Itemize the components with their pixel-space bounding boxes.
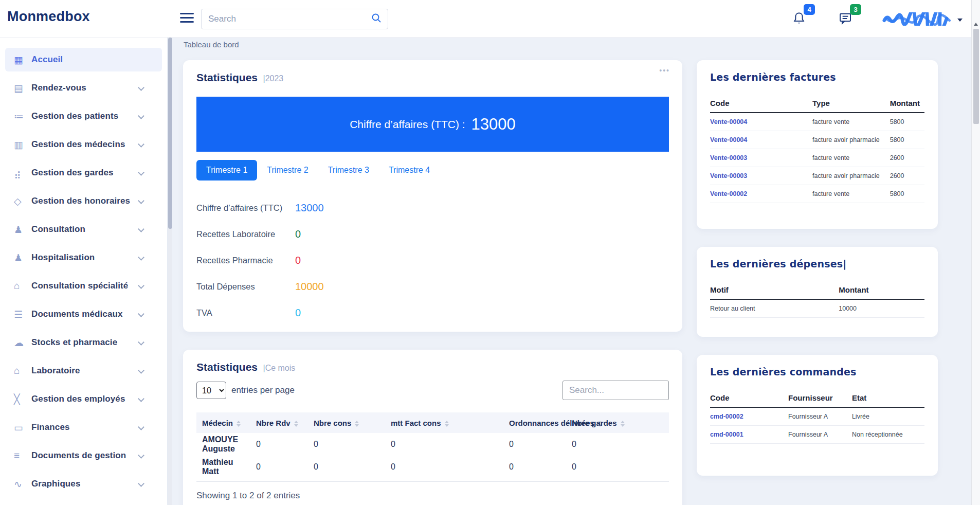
invoice-code-link[interactable]: Vente-00003 bbox=[710, 149, 812, 167]
table-row: Retour au client 10000 bbox=[710, 299, 924, 318]
expense-motif-cell: Retour au client bbox=[710, 299, 839, 318]
chevron-down-icon bbox=[138, 141, 144, 148]
order-code-link[interactable]: cmd-00002 bbox=[710, 407, 788, 426]
stat-label: TVA bbox=[196, 308, 295, 318]
sidebar-item-label: Graphiques bbox=[31, 479, 80, 489]
card-subtitle: |2023 bbox=[263, 74, 283, 83]
table-row: Vente-00004 facture avoir pharmacie 5800 bbox=[710, 131, 924, 149]
column-header[interactable]: Nbre gardes bbox=[566, 412, 669, 433]
invoice-code-link[interactable]: Vente-00004 bbox=[710, 131, 812, 149]
cloud-icon: ☁ bbox=[14, 337, 31, 349]
sidebar-item[interactable]: ▤ Rendez-vous bbox=[5, 76, 162, 100]
messages-button[interactable]: 3 bbox=[837, 10, 854, 29]
trimestre-tab[interactable]: Trimestre 2 bbox=[257, 160, 318, 181]
patient-list-icon: ≔ bbox=[14, 111, 31, 122]
search-icon[interactable] bbox=[370, 12, 383, 26]
value-cell: 0 bbox=[385, 433, 503, 456]
sidebar-item[interactable]: ☰ Documents médicaux bbox=[5, 302, 162, 326]
sidebar-item[interactable]: ▦ Accueil bbox=[5, 48, 162, 71]
sidebar-item[interactable]: ∿ Graphiques bbox=[5, 472, 162, 496]
revenue-banner: Chiffre d’affaires (TTC) : 13000 bbox=[196, 97, 669, 152]
card-title: Les dernières dépenses| bbox=[710, 258, 924, 269]
table-row: Vente-00004 facture vente 5800 bbox=[710, 113, 924, 131]
line-chart-icon: ∿ bbox=[14, 478, 31, 490]
order-supplier-cell: Fournisseur A bbox=[788, 426, 852, 444]
entries-per-page-select[interactable]: 10 bbox=[196, 382, 226, 399]
stats-list: Chiffre d’affaires (TTC) 13000 Recettes … bbox=[196, 195, 669, 326]
sidebar-item-label: Gestion des employés bbox=[31, 394, 125, 404]
invoice-amount-cell: 5800 bbox=[890, 113, 924, 131]
column-header: Code bbox=[710, 94, 812, 113]
sidebar-item[interactable]: ╳ Gestion des employés bbox=[5, 387, 162, 411]
stat-value: 0 bbox=[295, 228, 301, 240]
stat-label: Recettes Pharmacie bbox=[196, 256, 295, 265]
column-header[interactable]: Nbre cons bbox=[308, 412, 385, 433]
stat-label: Total Dépenses bbox=[196, 282, 295, 292]
search-input[interactable] bbox=[202, 14, 370, 24]
divider bbox=[196, 481, 669, 482]
user-name-redacted bbox=[882, 12, 954, 28]
value-cell: 0 bbox=[566, 433, 669, 456]
sidebar-item[interactable]: ⣴ Gestion des gardes bbox=[5, 161, 162, 185]
notifications-button[interactable]: 4 bbox=[791, 10, 807, 29]
page-scrollbar-thumb[interactable] bbox=[973, 29, 979, 124]
sidebar-item-label: Consultation bbox=[31, 224, 85, 235]
trimestre-tabs: Trimestre 1 Trimestre 2 Trimestre 3 Trim… bbox=[196, 160, 440, 181]
column-header[interactable]: Nbre Rdv bbox=[250, 412, 308, 433]
order-code-link[interactable]: cmd-00001 bbox=[710, 426, 788, 444]
trimestre-tab[interactable]: Trimestre 3 bbox=[318, 160, 379, 181]
stat-label: Recettes Laboratoire bbox=[196, 229, 295, 239]
card-subtitle: |Ce mois bbox=[263, 364, 295, 372]
sidebar-item[interactable]: ◇ Gestion des honoraires bbox=[5, 189, 162, 213]
sort-icon bbox=[237, 421, 241, 427]
sidebar-item[interactable]: ≔ Gestion des patients bbox=[5, 104, 162, 128]
table-row: Vente-00002 facture vente 5800 bbox=[710, 185, 924, 203]
table-search-input[interactable] bbox=[562, 381, 669, 400]
bar-chart-icon: ⣴ bbox=[14, 167, 31, 179]
sidebar-scrollbar-thumb[interactable] bbox=[168, 38, 172, 229]
sidebar-item[interactable]: ≡ Documents de gestion bbox=[5, 444, 162, 467]
top-header: Monmedbox 4 3 bbox=[0, 0, 980, 38]
trimestre-tab[interactable]: Trimestre 1 bbox=[196, 160, 257, 181]
stat-value: 0 bbox=[295, 255, 301, 266]
chevron-down-icon bbox=[138, 197, 144, 204]
invoice-type-cell: facture vente bbox=[812, 185, 890, 203]
chevron-down-icon bbox=[138, 395, 144, 402]
user-menu[interactable] bbox=[882, 12, 963, 28]
diamond-icon: ◇ bbox=[14, 195, 31, 207]
expense-amount-cell: 10000 bbox=[839, 299, 924, 318]
sidebar-item[interactable]: ⌂ Consultation spécialité bbox=[5, 274, 162, 298]
order-status-cell: Livrée bbox=[852, 407, 924, 426]
invoice-type-cell: facture avoir pharmacie bbox=[812, 167, 890, 185]
trimestre-tab[interactable]: Trimestre 4 bbox=[379, 160, 440, 181]
invoice-code-link[interactable]: Vente-00004 bbox=[710, 113, 812, 131]
sidebar-item[interactable]: ▥ Gestion des médecins bbox=[5, 133, 162, 156]
sort-icon bbox=[621, 421, 625, 427]
expenses-table: MotifMontant Retour au client 10000 bbox=[710, 281, 924, 318]
sidebar-item-label: Finances bbox=[31, 422, 70, 432]
calendar-icon: ▤ bbox=[14, 82, 31, 94]
scroll-up-arrow-icon[interactable] bbox=[974, 23, 978, 26]
sidebar-item-label: Laboratoire bbox=[31, 366, 80, 376]
sidebar-item[interactable]: ☁ Stocks et pharmacie bbox=[5, 331, 162, 354]
ellipsis-icon[interactable] bbox=[659, 66, 670, 75]
invoice-code-link[interactable]: Vente-00003 bbox=[710, 167, 812, 185]
invoice-code-link[interactable]: Vente-00002 bbox=[710, 185, 812, 203]
chevron-down-icon bbox=[138, 254, 144, 261]
sidebar-item[interactable]: ♟ Consultation bbox=[5, 218, 162, 241]
sidebar-item[interactable]: ▭ Finances bbox=[5, 416, 162, 439]
value-cell: 0 bbox=[566, 456, 669, 478]
app-logo[interactable]: Monmedbox bbox=[7, 9, 90, 25]
sidebar-item-label: Rendez-vous bbox=[31, 83, 86, 93]
invoice-type-cell: facture avoir pharmacie bbox=[812, 131, 890, 149]
page-scrollbar[interactable] bbox=[971, 0, 980, 505]
sidebar-item[interactable]: ⌂ Laboratoire bbox=[5, 359, 162, 383]
column-header[interactable]: Médecin bbox=[196, 412, 250, 433]
sidebar-item[interactable]: ♟ Hospitalisation bbox=[5, 246, 162, 269]
column-header[interactable]: Ordonnances délivrées bbox=[503, 412, 566, 433]
menu-toggle-icon[interactable] bbox=[180, 13, 194, 25]
hospital-icon: ⌂ bbox=[14, 280, 31, 292]
global-search bbox=[201, 9, 388, 29]
doctors-stats-table: Médecin Nbre Rdv Nbre cons mtt Fact cons… bbox=[196, 412, 669, 478]
column-header[interactable]: mtt Fact cons bbox=[385, 412, 503, 433]
